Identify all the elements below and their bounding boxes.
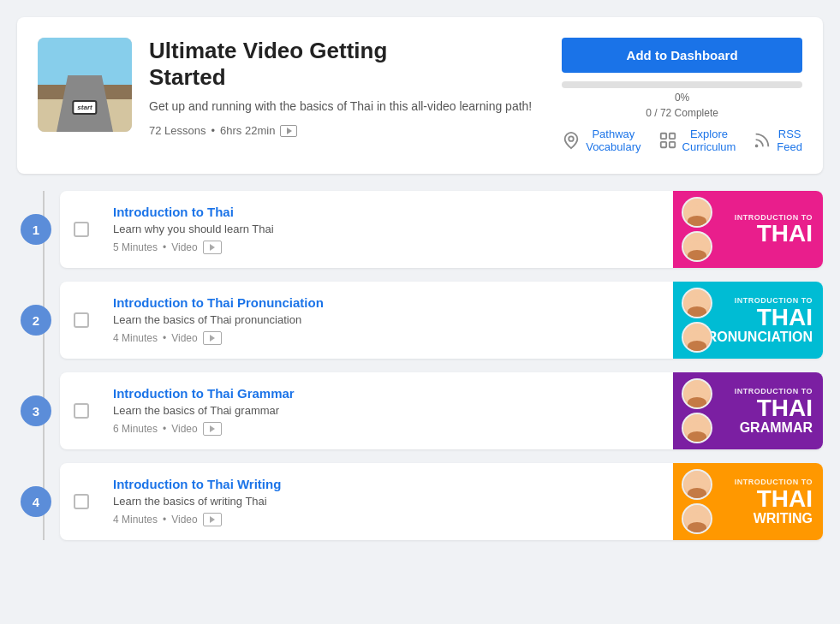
- lesson-checkbox-area[interactable]: [60, 463, 103, 540]
- lesson-thumbnail-2: INTRODUCTION TO THAI PRONUNCIATION: [673, 282, 823, 359]
- video-icon: [280, 125, 297, 137]
- lesson-row: 4 Introduction to Thai Writing Learn the…: [60, 463, 823, 540]
- lesson-row: 1 Introduction to Thai Learn why you sho…: [60, 191, 823, 268]
- lesson-row: 2 Introduction to Thai Pronunciation Lea…: [60, 282, 823, 359]
- svg-rect-2: [669, 134, 674, 139]
- lesson-info-2: Introduction to Thai Pronunciation Learn…: [103, 282, 673, 359]
- rss-label: RSS Feed: [777, 128, 802, 153]
- lesson-checkbox-area[interactable]: [60, 282, 103, 359]
- lesson-title-3[interactable]: Introduction to Thai Grammar: [113, 386, 663, 401]
- course-thumbnail: start: [38, 38, 132, 132]
- lesson-card-2: Introduction to Thai Pronunciation Learn…: [60, 282, 823, 359]
- progress-complete: 0 / 72 Complete: [562, 107, 802, 119]
- lesson-type-3: Video: [171, 423, 197, 435]
- thumb-main-word: THAI: [698, 306, 813, 330]
- progress-section: 0% 0 / 72 Complete: [562, 81, 802, 119]
- thumb-main-word: THAI: [735, 487, 813, 511]
- lesson-info-3: Introduction to Thai Grammar Learn the b…: [103, 372, 673, 449]
- avatar-face-2: [683, 233, 711, 260]
- avatar-face-2: [683, 505, 711, 532]
- svg-rect-1: [660, 134, 665, 139]
- svg-rect-3: [660, 142, 665, 147]
- lesson-checkbox-1[interactable]: [74, 222, 89, 237]
- thumb-content-1: INTRODUCTION TO THAI: [673, 191, 823, 268]
- lesson-checkbox-3[interactable]: [74, 403, 89, 419]
- lesson-thumbnail-4: INTRODUCTION TO THAI WRITING: [673, 463, 823, 540]
- start-sign: start: [72, 100, 97, 115]
- lessons-count: 72 Lessons: [149, 124, 206, 137]
- video-badge-3: [203, 422, 222, 436]
- explore-icon: [658, 131, 677, 150]
- avatar-circle-top: [682, 288, 712, 318]
- lessons-list: 1 Introduction to Thai Learn why you sho…: [60, 191, 823, 540]
- lesson-desc-2: Learn the basics of Thai pronunciation: [113, 313, 663, 326]
- video-badge-1: [203, 241, 222, 254]
- thumb-sub-word: WRITING: [735, 511, 813, 526]
- pathway-label: Pathway Vocabulary: [586, 128, 640, 153]
- video-badge-2: [203, 331, 222, 345]
- thumb-avatar-1: [682, 197, 712, 262]
- svg-point-5: [756, 146, 758, 147]
- lessons-container: 1 Introduction to Thai Learn why you sho…: [17, 191, 823, 540]
- thumb-avatar-3: [682, 378, 712, 443]
- course-duration: 6hrs 22min: [220, 124, 275, 137]
- video-badge-4: [203, 513, 222, 526]
- pathway-icon: [562, 131, 581, 150]
- lesson-type-4: Video: [171, 514, 197, 526]
- lesson-meta-3: 6 Minutes • Video: [113, 422, 663, 436]
- thumb-text-1: INTRODUCTION TO THAI: [735, 213, 813, 247]
- step-number-1: 1: [21, 214, 51, 245]
- lesson-title-4[interactable]: Introduction to Thai Writing: [113, 477, 663, 491]
- lesson-checkbox-2[interactable]: [74, 312, 89, 328]
- lesson-meta-4: 4 Minutes • Video: [113, 513, 663, 526]
- lesson-duration-2: 4 Minutes: [113, 332, 158, 344]
- thumb-main-word: THAI: [735, 396, 813, 420]
- header-links: Pathway Vocabulary Explore Curriculum: [562, 128, 802, 153]
- header-actions: Add to Dashboard 0% 0 / 72 Complete Path…: [562, 38, 802, 153]
- thumb-content-3: INTRODUCTION TO THAI GRAMMAR: [673, 372, 823, 449]
- lesson-checkbox-area[interactable]: [60, 372, 103, 449]
- thumb-content-4: INTRODUCTION TO THAI WRITING: [673, 463, 823, 540]
- lesson-info-4: Introduction to Thai Writing Learn the b…: [103, 463, 673, 540]
- lesson-duration-3: 6 Minutes: [113, 423, 158, 435]
- thumb-sub-word: GRAMMAR: [735, 420, 813, 436]
- rss-feed-link[interactable]: RSS Feed: [753, 128, 802, 153]
- avatar-circle-bottom: [682, 322, 712, 353]
- lesson-card-4: Introduction to Thai Writing Learn the b…: [60, 463, 823, 540]
- avatar-circle-top: [682, 378, 712, 409]
- thumb-sub-word: PRONUNCIATION: [698, 330, 813, 345]
- avatar-circle-top: [682, 469, 712, 500]
- avatar-face: [683, 471, 711, 498]
- lesson-title-2[interactable]: Introduction to Thai Pronunciation: [113, 295, 663, 310]
- lesson-duration-4: 4 Minutes: [113, 514, 158, 526]
- course-info: Ultimate Video Getting Started Get up an…: [149, 38, 545, 137]
- course-meta: 72 Lessons • 6hrs 22min: [149, 124, 545, 137]
- lesson-meta-2: 4 Minutes • Video: [113, 331, 663, 345]
- lesson-info-1: Introduction to Thai Learn why you shoul…: [103, 191, 673, 268]
- avatar-face-2: [683, 414, 711, 442]
- lesson-meta-1: 5 Minutes • Video: [113, 241, 663, 254]
- avatar-circle-bottom: [682, 503, 712, 534]
- lesson-desc-1: Learn why you should learn Thai: [113, 223, 663, 235]
- step-number-4: 4: [21, 486, 51, 517]
- rss-icon: [753, 131, 771, 150]
- course-description: Get up and running with the basics of Th…: [149, 98, 545, 116]
- lesson-card-1: Introduction to Thai Learn why you shoul…: [60, 191, 823, 268]
- lesson-title-1[interactable]: Introduction to Thai: [113, 205, 663, 219]
- avatar-circle-bottom: [682, 231, 712, 262]
- lesson-thumbnail-3: INTRODUCTION TO THAI GRAMMAR: [673, 372, 823, 449]
- progress-percent: 0%: [562, 92, 802, 104]
- lesson-checkbox-4[interactable]: [74, 494, 89, 509]
- thumb-content-2: INTRODUCTION TO THAI PRONUNCIATION: [673, 282, 823, 359]
- avatar-face: [683, 380, 711, 407]
- thumb-avatar-2: [682, 288, 712, 353]
- lesson-desc-3: Learn the basics of Thai grammar: [113, 404, 663, 417]
- add-to-dashboard-button[interactable]: Add to Dashboard: [562, 38, 802, 73]
- lesson-type-2: Video: [171, 332, 197, 344]
- explore-curriculum-link[interactable]: Explore Curriculum: [658, 128, 736, 153]
- progress-bar-background: [562, 81, 802, 88]
- thumb-text-2: INTRODUCTION TO THAI PRONUNCIATION: [698, 296, 813, 344]
- pathway-vocabulary-link[interactable]: Pathway Vocabulary: [562, 128, 640, 153]
- lesson-checkbox-area[interactable]: [60, 191, 103, 268]
- lesson-type-1: Video: [171, 241, 197, 253]
